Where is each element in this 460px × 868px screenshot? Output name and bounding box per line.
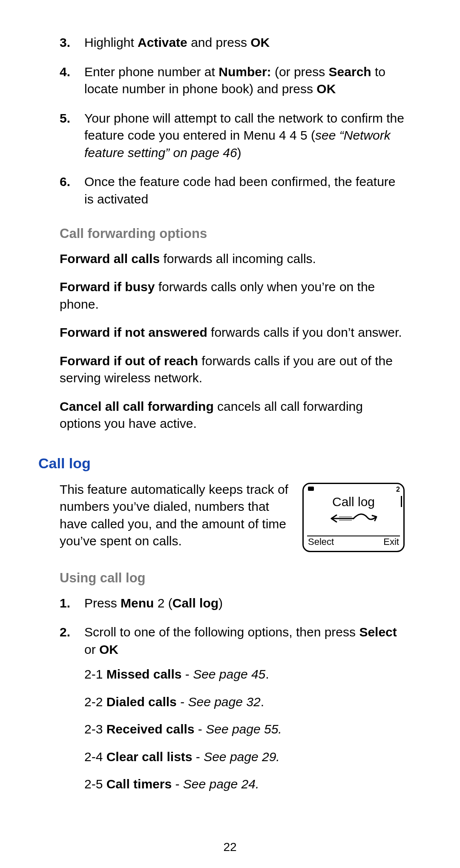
paragraph: Forward all calls forwards all incoming … [60, 250, 405, 268]
step-item: 4.Enter phone number at Number: (or pres… [60, 63, 405, 98]
text-run: Scroll to one of the following options, … [84, 625, 359, 639]
text-run: or [84, 642, 99, 656]
text-run: 2-4 [84, 750, 106, 764]
step-number: 2. [60, 624, 84, 803]
step-number: 3. [60, 34, 84, 52]
battery-icon [308, 487, 314, 491]
step-text: Scroll to one of the following options, … [84, 624, 405, 803]
sub-option-item: 2-3 Received calls - See page 55. [84, 721, 405, 738]
text-run: Search [329, 65, 371, 79]
text-run: 2-5 [84, 777, 106, 791]
page-content: 3.Highlight Activate and press OK4.Enter… [60, 34, 405, 803]
text-run: - [181, 667, 193, 681]
text-run: Forward all calls [60, 252, 160, 266]
text-run: Press [84, 596, 121, 610]
step-item: 6.Once the feature code had been confirm… [60, 173, 405, 208]
text-run: Call log [172, 596, 218, 610]
screen-title: Call log [304, 493, 403, 511]
sub-option-item: 2-2 Dialed calls - See page 32. [84, 693, 405, 711]
text-run: Dialed calls [106, 695, 177, 709]
text-run: Select [359, 625, 397, 639]
text-run: . [265, 667, 269, 681]
paragraph: Forward if not answered forwards calls i… [60, 324, 405, 341]
text-run: Received calls [106, 722, 195, 736]
step-item: 1.Press Menu 2 (Call log) [60, 595, 405, 612]
text-run: forwards calls if you don’t answer. [207, 325, 402, 339]
subhead-using-call-log: Using call log [60, 569, 405, 587]
text-run: ) [218, 596, 223, 610]
sub-option-item: 2-1 Missed calls - See page 45. [84, 666, 405, 683]
text-run: 2-2 [84, 695, 106, 709]
step-number: 1. [60, 595, 84, 612]
text-run: OK [250, 35, 270, 49]
call-log-intro-text: This feature automatically keeps track o… [60, 481, 292, 550]
text-run: Clear call lists [106, 750, 193, 764]
text-run: - [193, 750, 204, 764]
text-run: Cancel all call forwarding [60, 399, 214, 413]
step-item: 2.Scroll to one of the following options… [60, 624, 405, 803]
subhead-call-forwarding-options: Call forwarding options [60, 225, 405, 243]
text-run: Forward if busy [60, 280, 155, 294]
text-run: Enter phone number at [84, 65, 218, 79]
text-run: See page 29. [204, 750, 280, 764]
step-number: 5. [60, 110, 84, 162]
sub-option-list: 2-1 Missed calls - See page 45.2-2 Diale… [84, 666, 405, 793]
call-log-row: This feature automatically keeps track o… [60, 481, 405, 552]
text-run: Menu [121, 596, 154, 610]
step-number: 4. [60, 63, 84, 98]
text-run: . [261, 695, 264, 709]
text-run: Number: [218, 65, 271, 79]
scroll-arrow-icon [304, 511, 403, 530]
manual-page: 3.Highlight Activate and press OK4.Enter… [0, 0, 460, 868]
text-run: 2-3 [84, 722, 106, 736]
text-run: - [172, 777, 183, 791]
sub-option-item: 2-5 Call timers - See page 24. [84, 776, 405, 793]
text-run: and press [187, 35, 250, 49]
text-run: 2 ( [154, 596, 172, 610]
screen-menu-index: 2 [396, 485, 400, 494]
text-run: See page 55. [206, 722, 282, 736]
step-item: 5.Your phone will attempt to call the ne… [60, 110, 405, 162]
call-log-intro: This feature automatically keeps track o… [60, 481, 292, 550]
softkey-right-label: Exit [383, 536, 399, 548]
text-run: Forward if not answered [60, 325, 207, 339]
text-run: Missed calls [106, 667, 182, 681]
step-text: Highlight Activate and press OK [84, 34, 405, 52]
text-run: forwards all incoming calls. [160, 252, 316, 266]
text-run: - [195, 722, 206, 736]
text-run: Forward if out of reach [60, 354, 198, 368]
page-number: 22 [0, 839, 460, 855]
text-run: ) [237, 146, 242, 160]
paragraph: Cancel all call forwarding cancels all c… [60, 398, 405, 433]
sub-option-item: 2-4 Clear call lists - See page 29. [84, 748, 405, 766]
paragraph: Forward if out of reach forwards calls i… [60, 352, 405, 387]
text-run: Activate [138, 35, 187, 49]
text-run: (or press [271, 65, 329, 79]
step-text: Enter phone number at Number: (or press … [84, 63, 405, 98]
step-number: 6. [60, 173, 84, 208]
steps-top: 3.Highlight Activate and press OK4.Enter… [60, 34, 405, 208]
text-run: Once the feature code had been confirmed… [84, 175, 396, 206]
paragraph: Forward if busy forwards calls only when… [60, 278, 405, 313]
step-text: Once the feature code had been confirmed… [84, 173, 405, 208]
text-run: OK [99, 642, 118, 656]
step-text: Your phone will attempt to call the netw… [84, 110, 405, 162]
phone-screen-illustration: 2 Call log [302, 483, 405, 552]
text-run: See page 32 [188, 695, 260, 709]
cfo-paragraphs: Forward all calls forwards all incoming … [60, 250, 405, 433]
text-run: See page 24. [183, 777, 259, 791]
section-title-call-log: Call log [38, 454, 405, 473]
step-item: 3.Highlight Activate and press OK [60, 34, 405, 52]
text-run: Highlight [84, 35, 138, 49]
text-run: See page 45 [193, 667, 265, 681]
text-run: - [177, 695, 188, 709]
step-text: Press Menu 2 (Call log) [84, 595, 405, 612]
text-run: OK [316, 82, 336, 96]
using-call-log-steps: 1.Press Menu 2 (Call log)2.Scroll to one… [60, 595, 405, 803]
softkey-left-label: Select [308, 536, 334, 548]
text-run: Call timers [106, 777, 172, 791]
text-run: 2-1 [84, 667, 106, 681]
